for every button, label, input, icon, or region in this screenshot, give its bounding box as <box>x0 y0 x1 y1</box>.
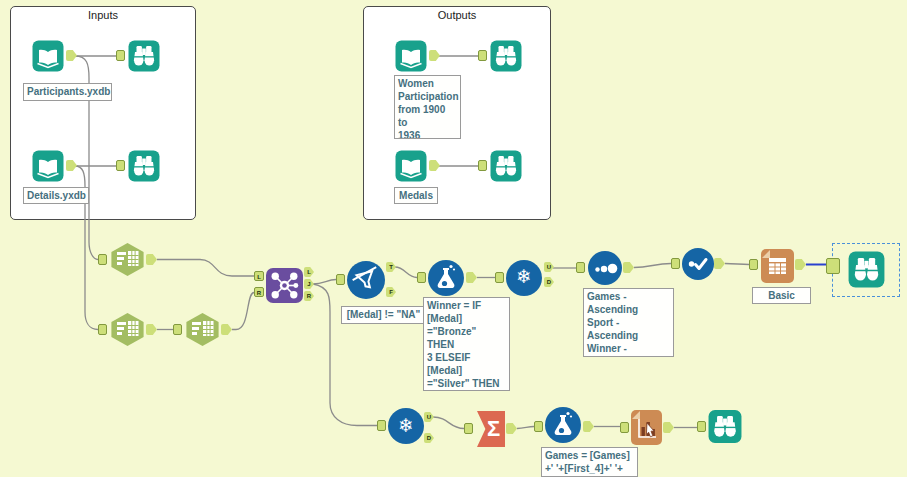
browse-tool-5[interactable] <box>708 409 742 444</box>
browse-tool-2[interactable] <box>128 150 160 182</box>
participants-label[interactable]: Participants.yxdb <box>23 83 112 101</box>
formula-winner-annotation[interactable]: Winner = IF [Medal] ="Bronze" THEN 3 ELS… <box>423 297 510 391</box>
browse-final-input-anchor[interactable] <box>826 258 840 274</box>
sort-input-anchor[interactable] <box>576 262 585 273</box>
input-file-icon <box>395 40 427 72</box>
dot-checkmark-icon <box>682 248 714 280</box>
summarize-input-anchor[interactable] <box>464 423 473 434</box>
binoculars-icon <box>490 40 522 72</box>
select1-input-anchor[interactable] <box>98 254 107 265</box>
formula-tool-games[interactable] <box>545 407 581 443</box>
formula-tool-winner[interactable] <box>428 260 464 296</box>
chart-cursor-icon <box>631 410 662 445</box>
input-tool-details[interactable] <box>32 150 64 182</box>
connection-unique2-summarize[interactable] <box>433 417 464 429</box>
sort-tool[interactable] <box>588 251 622 285</box>
join-input-anchor-L[interactable]: L <box>254 271 264 281</box>
filter-input-anchor[interactable] <box>336 274 345 285</box>
women-participation-label[interactable]: Women Participation from 1900 to 1936 <box>394 75 461 139</box>
checkmark-tool[interactable] <box>682 248 714 280</box>
checktool-input-anchor[interactable] <box>671 258 680 269</box>
select2-input-anchor[interactable] <box>98 324 107 335</box>
formula-flask-icon <box>545 407 581 443</box>
join-network-icon <box>266 268 303 303</box>
unique1-input-anchor[interactable] <box>495 272 504 283</box>
input-file-icon <box>32 150 64 182</box>
browse-tool-4[interactable] <box>490 150 522 182</box>
formula1-input-anchor[interactable] <box>417 272 426 283</box>
chart-input-anchor[interactable] <box>620 422 629 433</box>
sort-annotation[interactable]: Games - Ascending Sport - Ascending Winn… <box>583 288 674 357</box>
table-input-anchor[interactable] <box>749 259 758 270</box>
table-tool[interactable] <box>761 249 794 283</box>
output-tool-medals[interactable] <box>395 150 427 182</box>
connection-filter-formula1[interactable] <box>395 267 417 278</box>
output-tool-women[interactable] <box>395 40 427 72</box>
browse-tool-1[interactable] <box>128 40 160 72</box>
unique-tool-1[interactable]: ❄ <box>506 260 542 296</box>
snowflake-icon: ❄ <box>506 260 542 294</box>
unique-tool-2[interactable]: ❄ <box>388 408 424 444</box>
filter-tool[interactable] <box>347 261 385 299</box>
sort-dots-icon <box>588 251 622 285</box>
filter-annotation[interactable]: [Medal] != "NA" <box>341 306 426 324</box>
browse-tool-final[interactable] <box>848 251 885 288</box>
table-annotation[interactable]: Basic Table <box>752 287 811 304</box>
connection-summarize-formula2[interactable] <box>517 427 534 429</box>
binoculars-icon <box>490 150 522 182</box>
browse4-input-anchor[interactable] <box>478 160 487 171</box>
connection-sort-checktool[interactable] <box>634 264 671 268</box>
browse-tool-3[interactable] <box>490 40 522 72</box>
browse3-input-anchor[interactable] <box>478 50 487 61</box>
select3-input-anchor[interactable] <box>173 324 182 335</box>
binoculars-icon <box>128 150 160 182</box>
connection-checktool-table[interactable] <box>725 264 749 265</box>
connection-join-filter[interactable] <box>313 280 336 285</box>
binoculars-icon <box>128 40 160 72</box>
table-report-icon <box>761 249 794 283</box>
filter-funnel-icon <box>347 261 385 299</box>
medals-label[interactable]: Medals <box>394 187 438 204</box>
join-input-anchor-R[interactable]: R <box>254 287 264 297</box>
browse5-input-anchor[interactable] <box>697 421 706 432</box>
formula-flask-icon <box>428 260 464 296</box>
connection-select3-join-R[interactable] <box>232 293 254 330</box>
workflow-canvas[interactable]: Inputs Outputs <box>0 0 907 477</box>
browse2-input-anchor[interactable] <box>116 160 125 171</box>
join-tool[interactable] <box>266 268 303 303</box>
details-label[interactable]: Details.yxdb <box>23 187 89 204</box>
formula2-input-anchor[interactable] <box>534 421 543 432</box>
binoculars-icon <box>848 251 885 288</box>
unique2-input-anchor[interactable] <box>377 420 386 431</box>
interactive-chart-tool[interactable] <box>631 410 662 445</box>
snowflake-icon: ❄ <box>388 408 424 444</box>
input-file-icon <box>32 40 64 72</box>
input-tool-participants[interactable] <box>32 40 64 72</box>
formula-games-annotation[interactable]: Games = [Games] +' '+[First_4]+' '+ <box>541 447 638 477</box>
input-file-icon <box>395 150 427 182</box>
connection-select1-join-L[interactable] <box>157 260 254 277</box>
binoculars-icon <box>708 409 742 444</box>
browse1-input-anchor[interactable] <box>116 50 125 61</box>
